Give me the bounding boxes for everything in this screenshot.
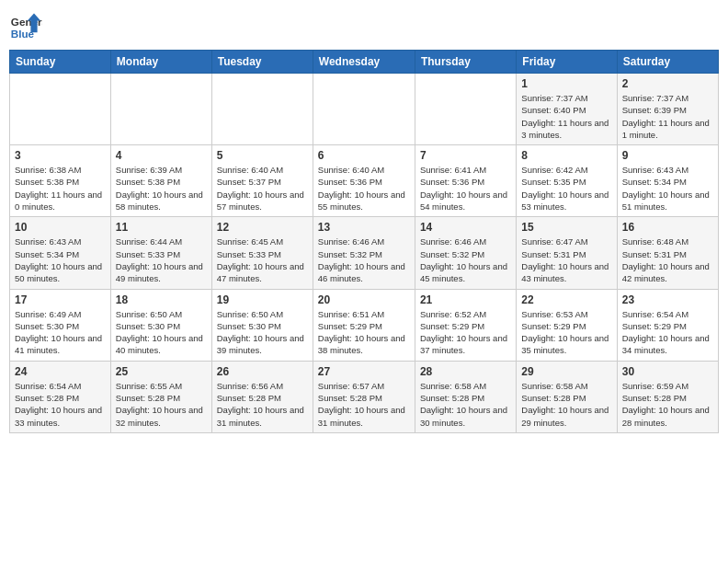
cell-info: Sunrise: 6:50 AM Sunset: 5:30 PM Dayligh… (217, 308, 308, 357)
day-number: 23 (622, 293, 713, 306)
cell-info: Sunrise: 6:50 AM Sunset: 5:30 PM Dayligh… (116, 308, 207, 357)
cell-info: Sunrise: 6:46 AM Sunset: 5:32 PM Dayligh… (420, 236, 511, 284)
calendar-cell: 19Sunrise: 6:50 AM Sunset: 5:30 PM Dayli… (211, 289, 313, 361)
cell-info: Sunrise: 6:54 AM Sunset: 5:29 PM Dayligh… (622, 308, 713, 357)
calendar-cell (313, 74, 415, 145)
weekday-header: Friday (517, 51, 617, 74)
day-number: 29 (521, 365, 611, 378)
day-number: 28 (420, 365, 511, 378)
day-number: 7 (420, 149, 511, 162)
calendar-cell (110, 74, 211, 145)
cell-info: Sunrise: 6:43 AM Sunset: 5:34 PM Dayligh… (622, 164, 713, 213)
calendar-cell: 18Sunrise: 6:50 AM Sunset: 5:30 PM Dayli… (110, 289, 211, 361)
calendar-cell: 12Sunrise: 6:45 AM Sunset: 5:33 PM Dayli… (211, 217, 313, 289)
calendar-cell: 23Sunrise: 6:54 AM Sunset: 5:29 PM Dayli… (617, 289, 718, 361)
cell-info: Sunrise: 6:55 AM Sunset: 5:28 PM Dayligh… (116, 380, 207, 429)
calendar-cell: 2Sunrise: 7:37 AM Sunset: 6:39 PM Daylig… (617, 74, 718, 145)
calendar-cell (211, 74, 313, 145)
calendar-cell: 9Sunrise: 6:43 AM Sunset: 5:34 PM Daylig… (617, 145, 718, 217)
calendar-cell: 29Sunrise: 6:58 AM Sunset: 5:28 PM Dayli… (517, 361, 617, 432)
calendar-cell: 25Sunrise: 6:55 AM Sunset: 5:28 PM Dayli… (110, 361, 211, 432)
cell-info: Sunrise: 6:39 AM Sunset: 5:38 PM Dayligh… (116, 164, 207, 213)
cell-info: Sunrise: 6:57 AM Sunset: 5:28 PM Dayligh… (318, 380, 410, 429)
calendar-cell: 1Sunrise: 7:37 AM Sunset: 6:40 PM Daylig… (517, 74, 617, 145)
weekday-header-row: SundayMondayTuesdayWednesdayThursdayFrid… (10, 51, 719, 74)
weekday-header: Tuesday (211, 51, 313, 74)
calendar-week-row: 10Sunrise: 6:43 AM Sunset: 5:34 PM Dayli… (10, 217, 719, 289)
day-number: 30 (622, 365, 713, 378)
day-number: 6 (318, 149, 410, 162)
day-number: 4 (116, 149, 207, 162)
cell-info: Sunrise: 6:44 AM Sunset: 5:33 PM Dayligh… (116, 236, 207, 284)
calendar-cell: 3Sunrise: 6:38 AM Sunset: 5:38 PM Daylig… (10, 145, 111, 217)
cell-info: Sunrise: 6:41 AM Sunset: 5:36 PM Dayligh… (420, 164, 511, 213)
calendar-cell: 16Sunrise: 6:48 AM Sunset: 5:31 PM Dayli… (617, 217, 718, 289)
calendar-cell: 22Sunrise: 6:53 AM Sunset: 5:29 PM Dayli… (517, 289, 617, 361)
day-number: 19 (217, 293, 308, 306)
day-number: 2 (622, 77, 713, 90)
calendar-cell: 10Sunrise: 6:43 AM Sunset: 5:34 PM Dayli… (10, 217, 111, 289)
calendar-week-row: 1Sunrise: 7:37 AM Sunset: 6:40 PM Daylig… (10, 74, 719, 145)
calendar-cell: 21Sunrise: 6:52 AM Sunset: 5:29 PM Dayli… (415, 289, 516, 361)
day-number: 18 (116, 293, 207, 306)
day-number: 8 (521, 149, 611, 162)
day-number: 16 (622, 221, 713, 234)
calendar-body: 1Sunrise: 7:37 AM Sunset: 6:40 PM Daylig… (10, 74, 719, 433)
calendar-cell: 13Sunrise: 6:46 AM Sunset: 5:32 PM Dayli… (313, 217, 415, 289)
weekday-header: Thursday (415, 51, 516, 74)
page-header: General Blue (9, 9, 719, 42)
calendar-cell: 6Sunrise: 6:40 AM Sunset: 5:36 PM Daylig… (313, 145, 415, 217)
cell-info: Sunrise: 6:40 AM Sunset: 5:36 PM Dayligh… (318, 164, 410, 213)
cell-info: Sunrise: 7:37 AM Sunset: 6:39 PM Dayligh… (622, 92, 713, 141)
day-number: 10 (15, 221, 106, 234)
cell-info: Sunrise: 6:49 AM Sunset: 5:30 PM Dayligh… (15, 308, 106, 357)
calendar-week-row: 24Sunrise: 6:54 AM Sunset: 5:28 PM Dayli… (10, 361, 719, 432)
calendar-cell: 7Sunrise: 6:41 AM Sunset: 5:36 PM Daylig… (415, 145, 516, 217)
calendar-cell: 15Sunrise: 6:47 AM Sunset: 5:31 PM Dayli… (517, 217, 617, 289)
calendar-cell: 26Sunrise: 6:56 AM Sunset: 5:28 PM Dayli… (211, 361, 313, 432)
cell-info: Sunrise: 6:45 AM Sunset: 5:33 PM Dayligh… (217, 236, 308, 284)
calendar-cell: 20Sunrise: 6:51 AM Sunset: 5:29 PM Dayli… (313, 289, 415, 361)
cell-info: Sunrise: 6:40 AM Sunset: 5:37 PM Dayligh… (217, 164, 308, 213)
calendar-cell: 17Sunrise: 6:49 AM Sunset: 5:30 PM Dayli… (10, 289, 111, 361)
day-number: 27 (318, 365, 410, 378)
calendar-cell (415, 74, 516, 145)
calendar-cell: 30Sunrise: 6:59 AM Sunset: 5:28 PM Dayli… (617, 361, 718, 432)
cell-info: Sunrise: 6:38 AM Sunset: 5:38 PM Dayligh… (15, 164, 106, 213)
cell-info: Sunrise: 6:52 AM Sunset: 5:29 PM Dayligh… (420, 308, 511, 357)
calendar-cell: 24Sunrise: 6:54 AM Sunset: 5:28 PM Dayli… (10, 361, 111, 432)
cell-info: Sunrise: 6:53 AM Sunset: 5:29 PM Dayligh… (521, 308, 611, 357)
calendar-cell: 8Sunrise: 6:42 AM Sunset: 5:35 PM Daylig… (517, 145, 617, 217)
calendar-cell: 28Sunrise: 6:58 AM Sunset: 5:28 PM Dayli… (415, 361, 516, 432)
weekday-header: Saturday (617, 51, 718, 74)
day-number: 17 (15, 293, 106, 306)
calendar-cell: 14Sunrise: 6:46 AM Sunset: 5:32 PM Dayli… (415, 217, 516, 289)
logo: General Blue (9, 9, 42, 42)
cell-info: Sunrise: 6:59 AM Sunset: 5:28 PM Dayligh… (622, 380, 713, 429)
calendar-week-row: 17Sunrise: 6:49 AM Sunset: 5:30 PM Dayli… (10, 289, 719, 361)
day-number: 20 (318, 293, 410, 306)
logo-icon: General Blue (9, 9, 42, 42)
calendar-cell: 5Sunrise: 6:40 AM Sunset: 5:37 PM Daylig… (211, 145, 313, 217)
calendar-week-row: 3Sunrise: 6:38 AM Sunset: 5:38 PM Daylig… (10, 145, 719, 217)
day-number: 11 (116, 221, 207, 234)
cell-info: Sunrise: 6:58 AM Sunset: 5:28 PM Dayligh… (521, 380, 611, 429)
cell-info: Sunrise: 6:51 AM Sunset: 5:29 PM Dayligh… (318, 308, 410, 357)
day-number: 13 (318, 221, 410, 234)
weekday-header: Sunday (10, 51, 111, 74)
day-number: 1 (521, 77, 611, 90)
cell-info: Sunrise: 7:37 AM Sunset: 6:40 PM Dayligh… (521, 92, 611, 141)
day-number: 9 (622, 149, 713, 162)
calendar-cell (10, 74, 111, 145)
day-number: 24 (15, 365, 106, 378)
cell-info: Sunrise: 6:47 AM Sunset: 5:31 PM Dayligh… (521, 236, 611, 284)
weekday-header: Monday (110, 51, 211, 74)
day-number: 15 (521, 221, 611, 234)
calendar-cell: 4Sunrise: 6:39 AM Sunset: 5:38 PM Daylig… (110, 145, 211, 217)
cell-info: Sunrise: 6:58 AM Sunset: 5:28 PM Dayligh… (420, 380, 511, 429)
calendar-cell: 11Sunrise: 6:44 AM Sunset: 5:33 PM Dayli… (110, 217, 211, 289)
cell-info: Sunrise: 6:43 AM Sunset: 5:34 PM Dayligh… (15, 236, 106, 284)
calendar-table: SundayMondayTuesdayWednesdayThursdayFrid… (9, 50, 719, 433)
day-number: 12 (217, 221, 308, 234)
cell-info: Sunrise: 6:54 AM Sunset: 5:28 PM Dayligh… (15, 380, 106, 429)
